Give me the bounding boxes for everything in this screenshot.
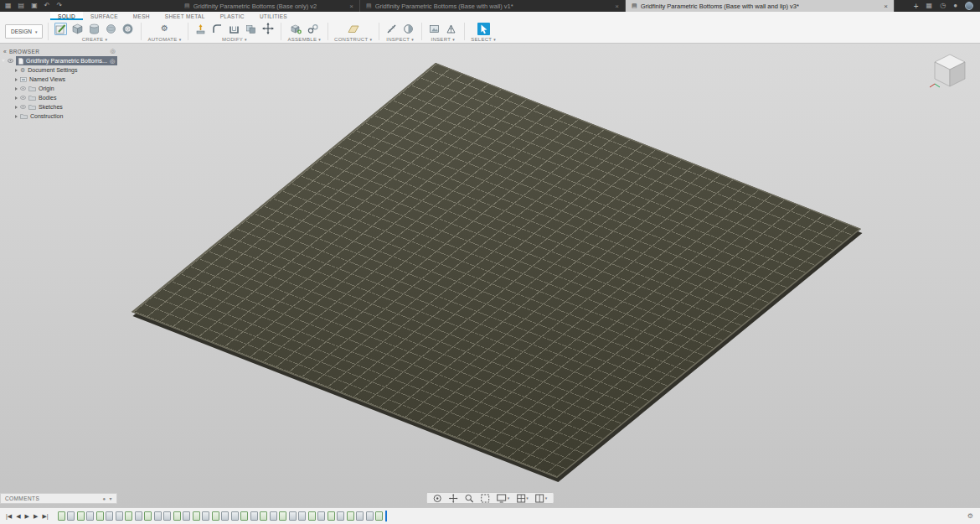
ribbon-tab[interactable]: UTILITIES xyxy=(252,12,295,20)
timeline-feature-icon[interactable] xyxy=(125,511,132,521)
group-label-select[interactable]: SELECT▾ xyxy=(471,37,496,42)
box-icon[interactable] xyxy=(71,23,84,35)
close-tab-icon[interactable]: × xyxy=(349,3,353,10)
cylinder-icon[interactable] xyxy=(88,23,101,35)
timeline-feature-icon[interactable] xyxy=(328,511,335,521)
ribbon-tab[interactable]: SHEET METAL xyxy=(157,12,213,20)
timeline-feature-icon[interactable] xyxy=(86,511,94,521)
expand-arrow-icon[interactable] xyxy=(15,115,18,118)
timeline-playback-button[interactable]: |◀ xyxy=(6,513,12,520)
job-status-icon[interactable]: ◷ xyxy=(940,0,946,12)
model-gridfinity-baseplate[interactable] xyxy=(132,63,861,478)
timeline-feature-icon[interactable] xyxy=(317,511,325,521)
timeline-feature-icon[interactable] xyxy=(260,511,267,521)
browser-item-sketches[interactable]: Sketches xyxy=(2,102,117,112)
construction-plane-icon[interactable] xyxy=(347,23,359,35)
timeline-feature-icon[interactable] xyxy=(298,511,306,521)
press-pull-icon[interactable] xyxy=(194,23,207,35)
timeline-feature-icon[interactable] xyxy=(183,511,190,521)
browser-item-named-views[interactable]: Named Views xyxy=(2,75,117,84)
viewport-3d[interactable]: « BROWSER ◎ Gridfinity Parametric Bottom… xyxy=(0,44,980,507)
timeline-playback-button[interactable]: ▶| xyxy=(42,513,48,520)
select-tool-icon[interactable] xyxy=(477,23,490,35)
fillet-icon[interactable] xyxy=(211,23,224,35)
group-label-inspect[interactable]: INSPECT▾ xyxy=(386,37,414,42)
eye-icon[interactable] xyxy=(20,105,26,109)
timeline-feature-icon[interactable] xyxy=(308,511,316,521)
timeline-feature-icon[interactable] xyxy=(96,511,104,521)
group-label-construct[interactable]: CONSTRUCT▾ xyxy=(334,37,372,42)
comments-bar[interactable]: COMMENTS ● ▾ xyxy=(0,493,117,504)
expand-arrow-icon[interactable] xyxy=(15,69,18,72)
timeline-playback-button[interactable]: ▶ xyxy=(34,513,38,520)
timeline-feature-icon[interactable] xyxy=(250,511,258,521)
viewport-layout-icon[interactable]: ▾ xyxy=(535,494,548,503)
timeline-feature-icon[interactable] xyxy=(231,511,239,521)
browser-root-highlight[interactable]: Gridfinity Parametric Bottoms... ◎ xyxy=(16,56,117,65)
eye-icon[interactable] xyxy=(8,59,13,63)
move-copy-icon[interactable] xyxy=(261,23,274,35)
timeline-playback-button[interactable]: ◀ xyxy=(16,513,20,520)
expand-arrow-icon[interactable] xyxy=(15,78,18,81)
timeline-feature-icon[interactable] xyxy=(193,511,200,521)
timeline-feature-icon[interactable] xyxy=(106,511,113,521)
grid-and-snaps-icon[interactable]: ▾ xyxy=(516,494,529,503)
ribbon-tab[interactable]: SURFACE xyxy=(83,12,126,20)
display-settings-icon[interactable]: ▾ xyxy=(497,494,510,503)
app-menu-icon[interactable]: ▦ xyxy=(5,0,12,12)
timeline-feature-icon[interactable] xyxy=(212,511,219,521)
collapse-panel-icon[interactable]: « xyxy=(3,49,7,54)
timeline-feature-icon[interactable] xyxy=(144,511,152,521)
timeline-feature-icon[interactable] xyxy=(67,511,75,521)
timeline-feature-icon[interactable] xyxy=(163,511,171,521)
fit-view-icon[interactable] xyxy=(481,494,490,503)
section-analysis-icon[interactable] xyxy=(402,23,415,35)
document-tab[interactable]: ▤ Gridfinity Parametric Bottoms (Base wi… xyxy=(360,0,626,12)
sphere-icon[interactable] xyxy=(105,23,117,35)
decal-icon[interactable] xyxy=(428,23,441,35)
timeline-settings-gear-icon[interactable]: ⚙ xyxy=(967,512,980,520)
group-label-create[interactable]: CREATE▾ xyxy=(82,37,108,42)
browser-item-origin[interactable]: Origin xyxy=(2,84,117,93)
pan-icon[interactable] xyxy=(449,494,458,503)
file-icon[interactable]: ▤ xyxy=(18,0,25,12)
measure-icon[interactable] xyxy=(385,23,398,35)
timeline-feature-icon[interactable] xyxy=(221,511,229,521)
timeline-feature-icon[interactable] xyxy=(77,511,85,521)
timeline-feature-icon[interactable] xyxy=(173,511,181,521)
timeline-feature-icon[interactable] xyxy=(240,511,248,521)
timeline-feature-icon[interactable] xyxy=(347,511,354,521)
timeline-position-marker[interactable] xyxy=(385,511,387,521)
eye-icon[interactable] xyxy=(20,86,26,91)
group-label-automate[interactable]: AUTOMATE▾ xyxy=(147,37,181,42)
browser-item-construction[interactable]: Construction xyxy=(2,112,117,121)
timeline-feature-icon[interactable] xyxy=(270,511,277,521)
joint-icon[interactable] xyxy=(307,23,319,35)
notifications-icon[interactable]: ● xyxy=(953,0,957,12)
browser-root-row[interactable]: Gridfinity Parametric Bottoms... ◎ xyxy=(2,56,117,65)
group-label-modify[interactable]: MODIFY▾ xyxy=(222,37,247,42)
torus-icon[interactable] xyxy=(121,23,134,35)
ribbon-tab[interactable]: MESH xyxy=(126,12,157,20)
extensions-icon[interactable]: ▦ xyxy=(926,0,933,12)
viewcube[interactable] xyxy=(928,50,972,92)
timeline-feature-icon[interactable] xyxy=(116,511,123,521)
timeline-feature-icon[interactable] xyxy=(356,511,364,521)
combine-icon[interactable] xyxy=(245,23,257,35)
timeline-feature-icon[interactable] xyxy=(202,511,209,521)
close-tab-icon[interactable]: × xyxy=(615,3,619,10)
expand-arrow-icon[interactable] xyxy=(15,87,18,91)
document-tab[interactable]: ▤ Gridfinity Parametric Bottoms (Base wi… xyxy=(626,0,895,12)
timeline-feature-icon[interactable] xyxy=(135,511,142,521)
redo-icon[interactable]: ↷ xyxy=(56,0,62,12)
timeline-playback-button[interactable]: ▶ xyxy=(25,513,29,520)
new-component-icon[interactable] xyxy=(290,23,302,35)
eye-icon[interactable] xyxy=(20,96,26,100)
timeline-feature-icon[interactable] xyxy=(366,511,374,521)
zoom-icon[interactable] xyxy=(465,494,474,503)
browser-item-document-settings[interactable]: ⚙ Document Settings xyxy=(2,65,117,75)
new-tab-button[interactable]: + xyxy=(914,2,919,11)
timeline-feature-icon[interactable] xyxy=(154,511,162,521)
expand-arrow-icon[interactable] xyxy=(15,96,18,100)
timeline-feature-icon[interactable] xyxy=(337,511,344,521)
